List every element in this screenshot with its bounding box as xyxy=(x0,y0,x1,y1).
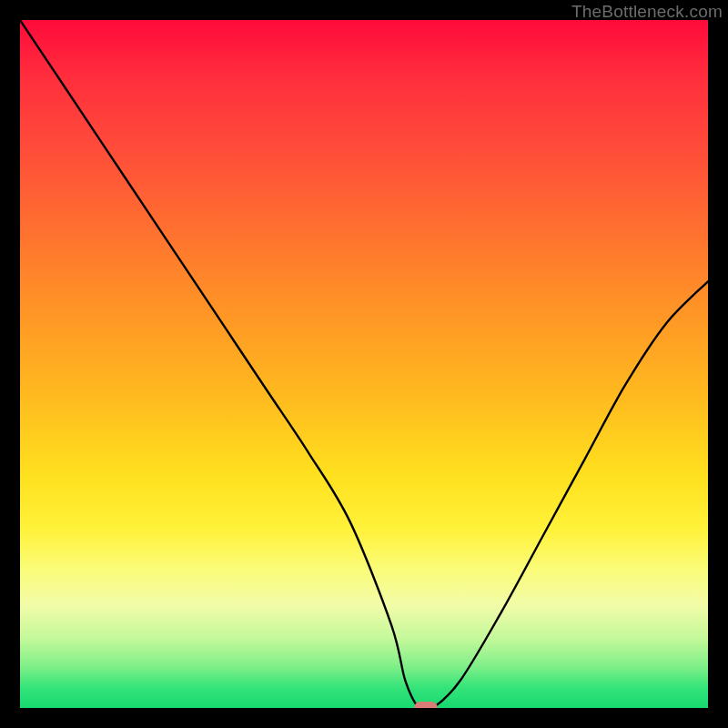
bottleneck-curve xyxy=(20,20,708,708)
chart-frame: TheBottleneck.com xyxy=(0,0,728,728)
optimal-marker xyxy=(414,702,438,708)
plot-area xyxy=(20,20,708,708)
curve-layer xyxy=(20,20,708,708)
watermark-text: TheBottleneck.com xyxy=(571,2,723,22)
